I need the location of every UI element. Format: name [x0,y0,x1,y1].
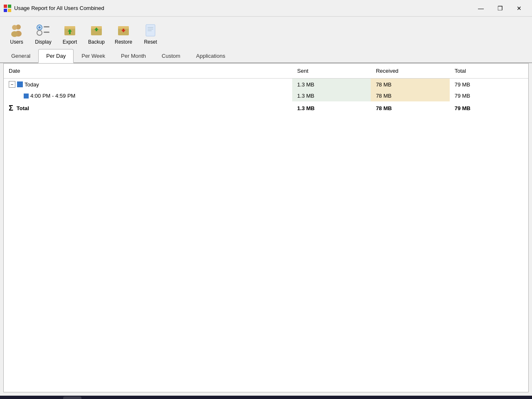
tab-bar: General Per Day Per Week Per Month Custo… [0,48,532,63]
usage-table: Date Sent Received Total − Today [4,64,528,115]
tab-general[interactable]: General [3,49,38,63]
header-sent: Sent [292,64,371,79]
svg-rect-14 [64,26,75,29]
svg-rect-26 [148,27,153,28]
toolbar-display[interactable]: Display [32,20,55,47]
svg-rect-10 [44,26,49,27]
restore-icon [115,22,132,38]
svg-rect-1 [8,5,11,8]
svg-rect-28 [148,30,152,31]
file-explorer-app[interactable] [23,397,42,399]
totals-row: Σ Total 1.3 MB 78 MB 79 MB [4,101,528,115]
display-icon [35,22,52,38]
total-label: Total [17,105,29,111]
toolbar-reset[interactable]: Reset [139,20,162,47]
svg-point-6 [12,25,17,30]
app-icon [3,4,12,12]
users-icon [8,22,25,38]
backup-label: Backup [88,39,105,45]
total-received: 78 MB [371,101,449,115]
date-cell: 4:00 PM - 4:59 PM [4,90,292,101]
reset-icon [142,22,159,38]
color-indicator [17,81,23,87]
table-row: − Today 1.3 MB 78 MB 79 MB [4,79,528,91]
svg-rect-22 [118,26,129,29]
header-received: Received [371,64,449,79]
tab-per-month[interactable]: Per Month [113,49,154,63]
table-header-row: Date Sent Received Total [4,64,528,79]
total-cell: 79 MB [450,79,528,91]
total-label-cell: Σ Total [4,101,292,115]
received-cell: 78 MB [371,90,449,101]
export-label: Export [63,39,77,45]
tab-per-week[interactable]: Per Week [74,49,113,63]
taskbar: ▲ 0.0 Mbit ▼ 1.8 Mbit ^ [0,396,532,399]
reset-label: Reset [144,39,157,45]
window-controls: — ❐ ✕ [471,2,529,15]
header-total: Total [450,64,528,79]
svg-rect-2 [4,9,7,12]
svg-rect-12 [44,32,49,33]
minimize-button[interactable]: — [471,2,490,15]
window-title: Usage Report for All Users Combined [14,5,471,11]
restore-label: Restore [115,39,132,45]
svg-rect-3 [8,9,11,12]
total-sent: 1.3 MB [292,101,371,115]
header-date: Date [4,64,292,79]
svg-rect-16 [69,32,71,34]
export-icon [62,22,78,38]
table-row: 4:00 PM - 4:59 PM 1.3 MB 78 MB 79 MB [4,90,528,101]
toolbar-users[interactable]: Users [5,20,28,47]
svg-rect-0 [4,5,7,8]
sent-cell: 1.3 MB [292,79,371,91]
sent-cell: 1.3 MB [292,90,371,101]
sigma-icon: Σ [9,104,13,113]
display-label: Display [35,39,51,45]
received-cell: 78 MB [371,79,449,91]
toolbar-restore[interactable]: Restore [111,20,135,47]
users-label: Users [10,39,23,45]
date-cell: − Today [4,79,292,91]
netbalancer-app[interactable] [63,397,81,399]
date-label: Today [25,81,39,88]
tab-custom[interactable]: Custom [154,49,188,63]
toolbar-export[interactable]: Export [58,20,81,47]
svg-rect-27 [148,29,153,30]
content-area: Date Sent Received Total − Today [3,63,529,392]
close-button[interactable]: ✕ [510,2,529,15]
title-bar: Usage Report for All Users Combined — ❐ … [0,0,532,17]
color-indicator [24,94,29,99]
total-cell: 79 MB [450,90,528,101]
taskbar-apps [23,397,81,399]
maximize-button[interactable]: ❐ [490,2,510,15]
tab-applications[interactable]: Applications [188,49,233,63]
svg-point-7 [11,31,18,37]
svg-point-9 [38,26,41,29]
main-window: Users Display [0,17,532,396]
backup-icon [88,22,105,38]
tab-per-day[interactable]: Per Day [38,49,74,63]
time-range-label: 4:00 PM - 4:59 PM [30,93,75,99]
total-total: 79 MB [450,101,528,115]
expand-button[interactable]: − [9,81,15,88]
svg-point-11 [37,30,42,35]
edge-app[interactable] [43,397,62,399]
toolbar: Users Display [0,17,532,48]
start-button[interactable] [3,397,22,399]
toolbar-backup[interactable]: Backup [85,20,108,47]
